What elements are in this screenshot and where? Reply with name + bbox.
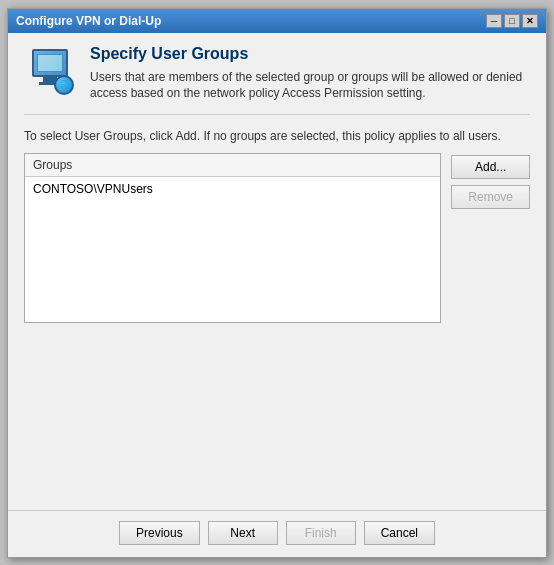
content-area: 🌐 Specify User Groups Users that are mem… xyxy=(8,33,546,510)
window-title: Configure VPN or Dial-Up xyxy=(16,14,161,28)
title-bar-controls: ─ □ ✕ xyxy=(486,14,538,28)
cancel-button[interactable]: Cancel xyxy=(364,521,435,545)
monitor xyxy=(32,49,68,77)
computer-icon: 🌐 xyxy=(26,47,74,95)
dialog-window: Configure VPN or Dial-Up ─ □ ✕ 🌐 Spe xyxy=(7,8,547,558)
header-section: 🌐 Specify User Groups Users that are mem… xyxy=(24,45,530,116)
spacer xyxy=(24,331,530,501)
previous-button[interactable]: Previous xyxy=(119,521,200,545)
header-description: Users that are members of the selected g… xyxy=(90,69,530,103)
finish-button[interactable]: Finish xyxy=(286,521,356,545)
header-icon: 🌐 xyxy=(24,45,76,97)
monitor-screen xyxy=(37,54,63,72)
header-text: Specify User Groups Users that are membe… xyxy=(90,45,530,103)
groups-section: Groups CONTOSO\VPNUsers Add... Remove xyxy=(24,153,530,323)
add-button[interactable]: Add... xyxy=(451,155,530,179)
title-bar: Configure VPN or Dial-Up ─ □ ✕ xyxy=(8,9,546,33)
groups-list-header: Groups xyxy=(25,154,440,177)
minimize-button[interactable]: ─ xyxy=(486,14,502,28)
groups-buttons: Add... Remove xyxy=(451,153,530,323)
header-title: Specify User Groups xyxy=(90,45,530,63)
footer: Previous Next Finish Cancel xyxy=(8,510,546,557)
groups-list-body[interactable]: CONTOSO\VPNUsers xyxy=(25,177,440,322)
globe-icon: 🌐 xyxy=(54,75,74,95)
close-button[interactable]: ✕ xyxy=(522,14,538,28)
next-button[interactable]: Next xyxy=(208,521,278,545)
groups-list-container: Groups CONTOSO\VPNUsers xyxy=(24,153,441,323)
list-item[interactable]: CONTOSO\VPNUsers xyxy=(25,179,440,199)
remove-button[interactable]: Remove xyxy=(451,185,530,209)
info-text: To select User Groups, click Add. If no … xyxy=(24,129,530,143)
maximize-button[interactable]: □ xyxy=(504,14,520,28)
